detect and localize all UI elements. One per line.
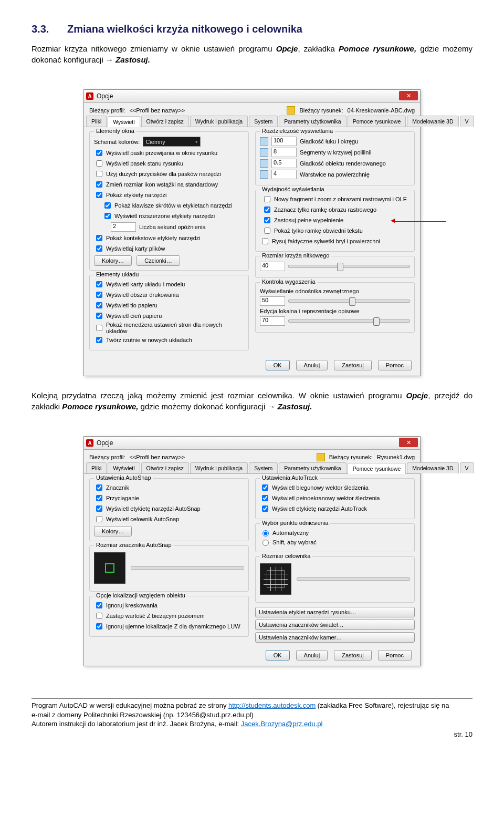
ok-button[interactable]: OK [266, 650, 290, 660]
info-bar: Bieżący profil: <<Profil bez nazwy>> Bie… [84, 450, 420, 462]
chk-print-area[interactable] [96, 292, 102, 298]
tab-files[interactable]: Pliki [86, 116, 107, 127]
autosnap-preview-icon [94, 552, 125, 584]
drafting-tooltip-settings-button[interactable]: Ustawienia etykiet narzędzi rysunku… [255, 607, 415, 617]
chk-page-setup[interactable] [96, 325, 102, 331]
fonts-button[interactable]: Czcionki… [136, 255, 180, 266]
cancel-button[interactable]: Anuluj [296, 650, 328, 660]
chk-raster-frame[interactable] [264, 206, 270, 213]
settings-button-group: Ustawienia etykiet narzędzi rysunku… Ust… [255, 607, 415, 643]
tab-3d[interactable]: Modelowanie 3D [407, 462, 458, 473]
chk-text-frame[interactable] [264, 228, 270, 234]
camera-glyph-settings-button[interactable]: Ustawienia znaczników kamer… [255, 632, 415, 643]
group-window-elements: Elementy okna Schemat kolorów: Ciemny▾ W… [89, 131, 249, 271]
tab-plot[interactable]: Wydruk i publikacja [190, 116, 248, 127]
apply-button[interactable]: Zastosuj [334, 360, 372, 370]
app-icon: A [86, 92, 93, 100]
res-icon [260, 170, 268, 179]
inplace-fade-slider[interactable] [288, 319, 410, 323]
tab-display[interactable]: Wyświetl [108, 462, 140, 473]
titlebar: A Opcje ✕ [84, 437, 420, 450]
tab-user[interactable]: Parametry użytkownika [279, 116, 346, 127]
inplace-fade-input[interactable]: 70 [260, 316, 285, 326]
contour-input[interactable]: 4 [271, 170, 297, 179]
chk-shortcuts[interactable] [104, 202, 111, 209]
arc-smooth-input[interactable]: 100 [271, 137, 297, 146]
chk-as-tooltip[interactable] [96, 505, 102, 512]
chk-ignore-negz[interactable] [96, 623, 102, 629]
tab-display[interactable]: Wyświetl [108, 116, 140, 127]
colors-button[interactable]: Kolory… [94, 255, 132, 266]
chk-paper-shadow[interactable] [96, 313, 102, 319]
tab-system[interactable]: System [249, 116, 278, 127]
tab-open-save[interactable]: Otwórz i zapisz [141, 116, 189, 127]
chk-tooltips[interactable] [96, 192, 102, 198]
aperture-size-slider[interactable] [297, 577, 410, 581]
chk-rollover[interactable] [96, 235, 102, 241]
chk-large-buttons[interactable] [96, 171, 102, 177]
tab-files[interactable]: Pliki [86, 462, 107, 473]
footer-link-2[interactable]: Jacek.Brozyna@prz.edu.pl [241, 720, 323, 728]
page-footer: Program AutoCAD w wersji edukacyjnej moż… [32, 698, 472, 739]
chk-silhouettes[interactable] [262, 238, 268, 244]
light-glyph-settings-button[interactable]: Ustawienia znaczników świateł… [255, 620, 415, 630]
tab-more[interactable]: V [460, 116, 474, 127]
chk-ignore-hatch[interactable] [96, 602, 102, 608]
drawing-icon [317, 453, 325, 461]
radio-automatic[interactable] [262, 530, 269, 536]
render-input[interactable]: 0.5 [271, 159, 297, 168]
delay-input[interactable]: 2 [111, 222, 136, 232]
footer-link-1[interactable]: http://students.autodesk.com [228, 701, 316, 709]
crosshair-slider[interactable] [288, 265, 410, 268]
cancel-button[interactable]: Anuluj [296, 360, 328, 370]
polyline-input[interactable]: 8 [271, 148, 297, 157]
chk-file-tabs[interactable] [96, 245, 102, 252]
xref-fade-slider[interactable] [288, 300, 410, 303]
dialog-title: Opcje [97, 92, 113, 100]
chk-scrollbars[interactable] [96, 150, 102, 156]
chk-ext-tooltips[interactable] [104, 213, 111, 219]
chk-as-aperture[interactable] [96, 516, 102, 522]
tab-drafting[interactable]: Pomoce rysunkowe [348, 463, 406, 474]
chk-marker[interactable] [96, 484, 102, 491]
chk-polar-track[interactable] [262, 484, 268, 491]
chk-layout-tabs[interactable] [96, 281, 102, 287]
xref-fade-input[interactable]: 50 [260, 296, 285, 306]
close-icon[interactable]: ✕ [399, 438, 418, 447]
chk-viewports[interactable] [96, 337, 102, 343]
colors-button[interactable]: Kolory… [94, 526, 132, 536]
info-bar: Bieżący profil: <<Profil bez nazwy>> Bie… [84, 103, 420, 116]
group-resolution: Rozdzielczość wyświetlania 100Gładkość ł… [255, 131, 415, 185]
chk-ribbon-icons[interactable] [96, 181, 102, 188]
close-icon[interactable]: ✕ [399, 91, 418, 100]
tabs-2: Pliki Wyświetl Otwórz i zapisz Wydruk i … [84, 462, 420, 474]
tab-open-save[interactable]: Otwórz i zapisz [141, 462, 189, 473]
ok-button[interactable]: OK [266, 360, 290, 370]
tab-3d[interactable]: Modelowanie 3D [407, 116, 458, 127]
paragraph-1: Rozmiar krzyża nitkowego zmieniamy w okn… [32, 43, 472, 65]
tab-more[interactable]: V [460, 462, 474, 473]
tab-drafting[interactable]: Pomoce rysunkowe [348, 116, 406, 127]
aperture-preview-icon [260, 563, 291, 595]
help-button[interactable]: Pomoc [378, 650, 412, 660]
chk-paper-bg[interactable] [96, 302, 102, 308]
apply-button[interactable]: Zastosuj [334, 650, 372, 660]
chk-full-track[interactable] [262, 495, 268, 501]
chk-pan-zoom[interactable] [264, 196, 270, 202]
radio-shift[interactable] [262, 540, 269, 546]
drawing-icon [287, 106, 295, 115]
color-scheme-select[interactable]: Ciemny▾ [143, 137, 201, 147]
tab-user[interactable]: Parametry użytkownika [279, 462, 346, 473]
chk-replace-z[interactable] [96, 613, 102, 619]
autosnap-size-slider[interactable] [131, 566, 244, 570]
chk-solid-fill[interactable] [264, 217, 270, 223]
chk-at-tooltip[interactable] [262, 505, 268, 512]
tab-system[interactable]: System [249, 462, 278, 473]
crosshair-input[interactable]: 40 [260, 262, 285, 271]
help-button[interactable]: Pomoc [378, 360, 412, 370]
chk-status[interactable] [96, 160, 102, 167]
options-dialog-2: A Opcje ✕ Bieżący profil: <<Profil bez n… [83, 436, 421, 666]
group-aperture-size: Rozmiar celownika [255, 556, 415, 603]
tab-plot[interactable]: Wydruk i publikacja [190, 462, 248, 473]
chk-magnet[interactable] [96, 495, 102, 501]
